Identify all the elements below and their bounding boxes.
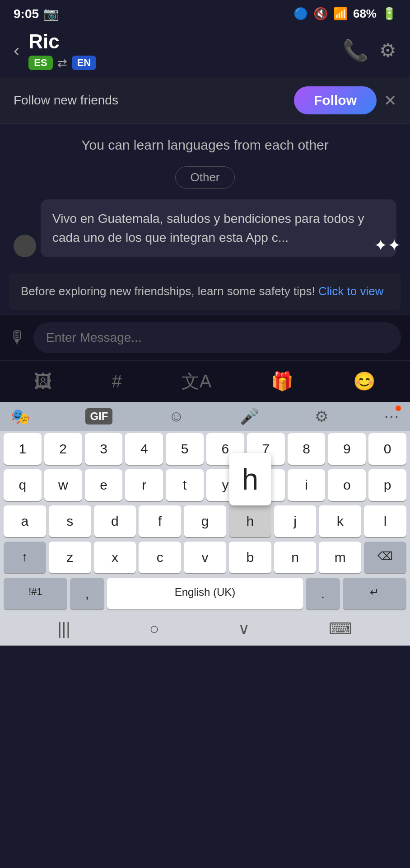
gift-icon[interactable]: 🎁 [271,371,294,392]
key-c[interactable]: c [139,542,181,573]
key-f[interactable]: f [139,505,181,537]
key-x[interactable]: x [94,542,136,573]
keyboard-settings-icon[interactable]: ⚙ [315,407,328,425]
key-p[interactable]: p [368,469,406,501]
status-bar: 9:05 📷 🔵 🔇 📶 68% 🔋 [0,0,410,26]
key-j[interactable]: j [274,505,317,537]
follow-banner-text: Follow new friends [14,93,118,108]
key-r[interactable]: r [125,469,163,501]
message-input[interactable] [33,322,401,353]
learn-languages-text: You can learn languages from each other [14,137,396,153]
key-v[interactable]: v [184,542,226,573]
hashtag-icon[interactable]: # [112,371,122,392]
key-9[interactable]: 9 [328,433,366,465]
key-n[interactable]: n [274,542,317,573]
gif-button[interactable]: GIF [85,408,112,425]
time: 9:05 [14,7,39,21]
close-follow-banner[interactable]: ✕ [384,91,396,109]
safety-text: Before exploring new friendships, learn … [21,284,315,298]
mic-button[interactable]: 🎙 [9,328,26,347]
enter-key[interactable]: ↵ [343,578,406,609]
key-1[interactable]: 1 [4,433,42,465]
camera-icon: 📷 [43,6,59,21]
keyboard-mic-icon[interactable]: 🎤 [240,407,259,425]
system-nav-bar: ||| ○ ∨ ⌨ [0,612,410,646]
battery: 68% [353,7,377,21]
key-w[interactable]: w [44,469,82,501]
key-d[interactable]: d [94,505,136,537]
key-8[interactable]: 8 [288,433,326,465]
comma-key[interactable]: , [70,578,104,609]
translate-icon[interactable]: 文A [182,369,212,394]
message-text: Vivo en Guatemala, saludos y bendiciones… [52,212,364,245]
key-2[interactable]: 2 [44,433,82,465]
symbols-key[interactable]: !#1 [4,578,67,609]
key-g[interactable]: g [184,505,226,537]
key-o[interactable]: o [328,469,366,501]
key-z[interactable]: z [49,542,91,573]
key-u[interactable]: u [247,469,285,501]
message-bubble: Vivo en Guatemala, saludos y bendiciones… [41,199,396,257]
follow-banner: Follow new friends Follow ✕ [0,77,410,124]
emoji-icon[interactable]: ☺ [168,407,184,425]
key-i[interactable]: i [288,469,326,501]
bottom-toolbar: 🖼 # 文A 🎁 😊 [0,360,410,402]
keyboard-more-icon[interactable]: ⋯ [384,407,399,425]
key-t[interactable]: t [166,469,204,501]
sticker-icon[interactable]: 😊 [353,371,376,392]
contact-name: Ric [28,30,96,53]
chat-area: You can learn languages from each other … [0,124,410,269]
mute-icon: 🔇 [313,7,328,21]
nav-back-icon[interactable]: ||| [58,619,70,638]
settings-icon[interactable]: ⚙ [379,39,396,61]
key-y[interactable]: y [206,469,244,501]
key-e[interactable]: e [85,469,123,501]
nav-recents-icon[interactable]: ∨ [238,619,250,638]
follow-right: Follow ✕ [294,86,396,114]
period-key[interactable]: . [306,578,340,609]
emoji-sticker-icon[interactable]: 🎭 [11,407,30,425]
key-a[interactable]: a [4,505,46,537]
backspace-key[interactable]: ⌫ [364,542,406,573]
key-4[interactable]: 4 [125,433,163,465]
key-s[interactable]: s [49,505,91,537]
key-0[interactable]: 0 [368,433,406,465]
key-h[interactable]: h h [229,505,271,537]
avatar [14,235,36,257]
status-left: 9:05 📷 [14,6,59,21]
back-button[interactable]: ‹ [14,40,19,61]
number-row: 1 2 3 4 5 6 7 8 9 0 [0,431,410,467]
key-7[interactable]: 7 [247,433,285,465]
safety-banner: Before exploring new friendships, learn … [9,273,401,310]
key-row-1: q w e r t y u i o p [0,467,410,503]
other-badge-container: Other [14,166,396,189]
battery-icon: 🔋 [382,7,396,21]
image-icon[interactable]: 🖼 [34,371,52,392]
call-icon[interactable]: 📞 [343,38,368,62]
follow-button[interactable]: Follow [294,86,377,114]
nav-home-icon[interactable]: ○ [149,619,159,638]
sparkle-icon: ✦✦ [374,236,401,255]
shift-key[interactable]: ↑ [4,542,46,573]
arrow-icon: ⇄ [57,56,67,70]
key-m[interactable]: m [319,542,361,573]
lang-badge-es: ES [28,56,52,70]
key-3[interactable]: 3 [85,433,123,465]
key-b[interactable]: b [229,542,271,573]
top-nav-left: ‹ Ric ES ⇄ EN [14,30,96,70]
key-6[interactable]: 6 [206,433,244,465]
keyboard-area: 🎭 GIF ☺ 🎤 ⚙ ⋯ 1 2 3 4 5 6 7 8 9 0 q w e … [0,402,410,612]
key-row-2: a s d f g h h j k l [0,503,410,539]
status-right: 🔵 🔇 📶 68% 🔋 [294,7,396,21]
key-5[interactable]: 5 [166,433,204,465]
key-q[interactable]: q [4,469,42,501]
key-row-bottom: !#1 , English (UK) . ↵ [0,576,410,612]
key-row-3: ↑ z x c v b n m ⌫ [0,539,410,576]
lang-badges: ES ⇄ EN [28,56,96,70]
key-k[interactable]: k [319,505,361,537]
nav-keyboard-icon[interactable]: ⌨ [329,619,352,638]
safety-link[interactable]: Click to view [318,284,383,298]
space-key[interactable]: English (UK) [107,578,303,609]
message-input-row: 🎙 [0,315,410,360]
key-l[interactable]: l [364,505,406,537]
